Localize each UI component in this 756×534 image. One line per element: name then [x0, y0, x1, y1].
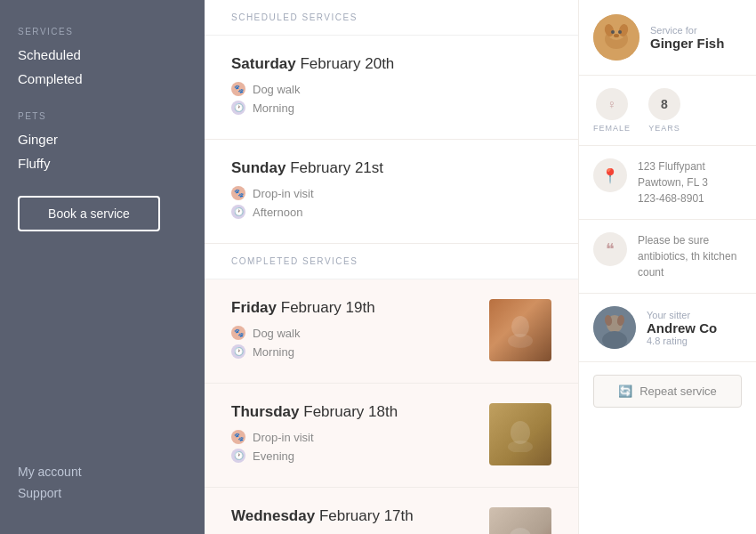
service-day-wednesday: Wednesday: [231, 507, 315, 524]
service-day-saturday: Saturday: [231, 55, 296, 72]
sidebar-bottom: My account Support: [18, 465, 187, 507]
sitter-block: Your sitter Andrew Co 4.8 rating: [579, 294, 756, 362]
sitter-info: Your sitter Andrew Co 4.8 rating: [647, 310, 717, 346]
pet-stat-years: 8 YEARS: [648, 88, 680, 133]
paw-icon-thursday: 🐾: [231, 430, 245, 444]
svg-point-3: [508, 441, 533, 452]
service-card-wednesday: Wednesday February 17th 🐾 Dog walk: [205, 488, 578, 534]
clock-icon-thursday: 🕐: [231, 449, 245, 463]
sitter-avatar: [593, 306, 636, 349]
clock-icon-saturday: 🕐: [231, 101, 245, 115]
pet-info: Service for Ginger Fish: [650, 25, 724, 51]
svg-point-16: [602, 331, 627, 349]
sidebar-item-support[interactable]: Support: [18, 486, 187, 500]
years-label: YEARS: [648, 124, 680, 133]
svg-point-1: [508, 334, 533, 348]
service-for-label: Service for: [650, 25, 724, 36]
pet-name: Ginger Fish: [650, 36, 724, 51]
sidebar-item-completed[interactable]: Completed: [18, 69, 187, 88]
paw-icon-sunday: 🐾: [231, 186, 245, 200]
service-date-sunday: Sunday February 21st: [231, 159, 551, 177]
main-content: SCHEDULED SERVICES Saturday February 20t…: [205, 0, 578, 534]
service-date-wednesday: Wednesday February 17th: [231, 507, 471, 525]
female-icon: ♀: [596, 88, 628, 120]
sitter-name: Andrew Co: [647, 320, 717, 336]
service-time-thursday: 🕐 Evening: [231, 449, 471, 463]
sidebar: SERVICES Scheduled Completed PETS Ginger…: [0, 0, 205, 534]
pet-profile-block: Service for Ginger Fish: [579, 0, 756, 76]
service-thumbnail-wednesday: [489, 507, 551, 534]
service-card-friday: Friday February 19th 🐾 Dog walk 🕐 Mornin…: [205, 279, 578, 384]
svg-point-12: [618, 30, 622, 34]
paw-icon-saturday: 🐾: [231, 82, 245, 96]
clock-icon-friday: 🕐: [231, 344, 245, 359]
repeat-icon: 🔄: [618, 384, 632, 398]
sidebar-item-ginger[interactable]: Ginger: [18, 130, 187, 149]
service-card-saturday: Saturday February 20th 🐾 Dog walk 🕐 Morn…: [205, 36, 578, 140]
service-date-text-sunday: February 21st: [290, 159, 383, 176]
svg-point-4: [510, 528, 531, 534]
service-card-sunday: Sunday February 21st 🐾 Drop-in visit 🕐 A…: [205, 140, 578, 244]
service-info-sunday: Sunday February 21st 🐾 Drop-in visit 🕐 A…: [231, 159, 551, 223]
repeat-service-button[interactable]: 🔄 Repeat service: [593, 375, 742, 408]
clock-icon-sunday: 🕐: [231, 205, 245, 219]
sitter-rating: 4.8 rating: [647, 336, 717, 346]
sidebar-item-scheduled[interactable]: Scheduled: [18, 45, 187, 64]
pet-stat-female: ♀ FEMALE: [593, 88, 631, 133]
service-info-thursday: Thursday February 18th 🐾 Drop-in visit 🕐…: [231, 403, 471, 467]
quote-icon: ❝: [593, 232, 627, 266]
note-text: Please be sure antibiotics, th kitchen c…: [638, 232, 742, 280]
service-card-thursday: Thursday February 18th 🐾 Drop-in visit 🕐…: [205, 384, 578, 488]
service-type-sunday: 🐾 Drop-in visit: [231, 186, 551, 200]
service-info-friday: Friday February 19th 🐾 Dog walk 🕐 Mornin…: [231, 299, 471, 363]
service-type-friday: 🐾 Dog walk: [231, 326, 471, 340]
address-block: 📍 123 Fluffypant Pawtown, FL 3 123-468-8…: [579, 146, 756, 220]
sidebar-services-label: SERVICES: [18, 27, 187, 36]
address-text: 123 Fluffypant Pawtown, FL 3 123-468-890…: [638, 158, 708, 206]
right-panel: Service for Ginger Fish ♀ FEMALE 8 YEARS…: [578, 0, 756, 534]
service-time-sunday: 🕐 Afternoon: [231, 205, 551, 219]
pet-avatar: [593, 14, 639, 61]
svg-point-13: [614, 34, 619, 37]
sidebar-pets-label: PETS: [18, 111, 187, 121]
sidebar-item-my-account[interactable]: My account: [18, 465, 187, 479]
service-type-thursday: 🐾 Drop-in visit: [231, 430, 471, 444]
completed-section-header: COMPLETED SERVICES: [205, 244, 578, 279]
pet-stats-block: ♀ FEMALE 8 YEARS: [579, 76, 756, 146]
sitter-label: Your sitter: [647, 310, 717, 320]
service-time-saturday: 🕐 Morning: [231, 101, 551, 115]
scheduled-section-header: SCHEDULED SERVICES: [205, 0, 578, 36]
years-icon: 8: [648, 88, 680, 120]
service-date-text-thursday: February 18th: [303, 403, 398, 420]
repeat-service-label: Repeat service: [639, 384, 717, 398]
sidebar-item-fluffy[interactable]: Fluffy: [18, 154, 187, 173]
service-type-saturday: 🐾 Dog walk: [231, 82, 551, 96]
book-service-button[interactable]: Book a service: [18, 196, 160, 231]
service-date-text-saturday: February 20th: [300, 55, 394, 72]
service-day-sunday: Sunday: [231, 159, 286, 176]
paw-icon-friday: 🐾: [231, 326, 245, 340]
service-info-saturday: Saturday February 20th 🐾 Dog walk 🕐 Morn…: [231, 55, 551, 119]
location-icon: 📍: [593, 158, 627, 192]
service-day-friday: Friday: [231, 299, 277, 316]
female-label: FEMALE: [593, 124, 631, 133]
service-day-thursday: Thursday: [231, 403, 300, 420]
service-time-friday: 🕐 Morning: [231, 344, 471, 359]
service-info-wednesday: Wednesday February 17th 🐾 Dog walk: [231, 507, 471, 534]
service-date-thursday: Thursday February 18th: [231, 403, 471, 421]
years-value: 8: [661, 97, 668, 111]
service-date-friday: Friday February 19th: [231, 299, 471, 317]
service-thumbnail-friday: [489, 299, 551, 361]
service-date-text-wednesday: February 17th: [319, 507, 414, 524]
service-date-text-friday: February 19th: [281, 299, 375, 316]
note-block: ❝ Please be sure antibiotics, th kitchen…: [579, 220, 756, 294]
service-date-saturday: Saturday February 20th: [231, 55, 551, 73]
service-thumbnail-thursday: [489, 403, 551, 465]
svg-point-11: [611, 30, 615, 34]
